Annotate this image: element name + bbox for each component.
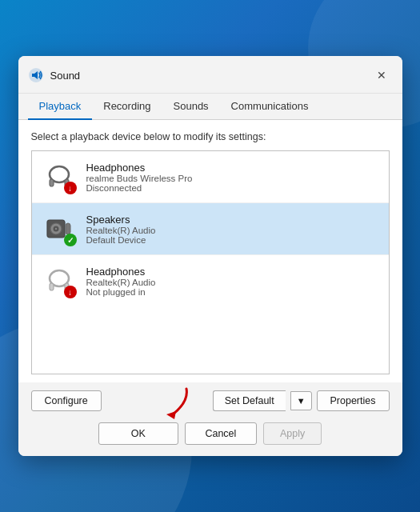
device-icon-speakers: ✓ — [42, 211, 77, 246]
tab-sounds[interactable]: Sounds — [162, 94, 220, 120]
sound-app-icon — [28, 67, 44, 83]
main-content: Select a playback device below to modify… — [18, 120, 402, 382]
svg-rect-9 — [66, 223, 70, 234]
tab-playback[interactable]: Playback — [28, 94, 93, 120]
device-info-1: Headphones realme Buds Wireless Pro Disc… — [86, 162, 379, 193]
svg-rect-3 — [50, 179, 54, 186]
cancel-button[interactable]: Cancel — [185, 422, 257, 445]
device-info-2: Speakers Realtek(R) Audio Default Device — [86, 214, 379, 245]
device-name-1: Headphones — [86, 162, 379, 174]
set-default-arrow-button[interactable]: ▼ — [290, 391, 312, 410]
device-list[interactable]: ↓ Headphones realme Buds Wireless Pro Di… — [31, 150, 390, 374]
configure-button[interactable]: Configure — [31, 390, 102, 411]
content-description: Select a playback device below to modify… — [31, 131, 390, 142]
device-status-text-1: Disconnected — [86, 183, 379, 193]
device-item-speakers[interactable]: ✓ Speakers Realtek(R) Audio Default Devi… — [32, 203, 389, 255]
device-status-text-2: Default Device — [86, 235, 379, 245]
svg-point-8 — [54, 228, 56, 230]
set-default-button[interactable]: Set Default — [213, 390, 286, 411]
device-status-badge-3: ↓ — [64, 286, 77, 298]
device-item-headphones-1[interactable]: ↓ Headphones realme Buds Wireless Pro Di… — [32, 151, 389, 203]
svg-rect-11 — [50, 283, 54, 290]
device-status-badge-1: ↓ — [64, 182, 77, 194]
device-info-3: Headphones Realtek(R) Audio Not plugged … — [86, 266, 379, 297]
device-item-headphones-2[interactable]: ↓ Headphones Realtek(R) Audio Not plugge… — [32, 255, 389, 306]
device-sub-2: Realtek(R) Audio — [86, 226, 379, 235]
tab-recording[interactable]: Recording — [92, 94, 162, 120]
sound-dialog: Sound ✕ Playback Recording Sounds Commun… — [18, 56, 402, 456]
device-sub-3: Realtek(R) Audio — [86, 278, 379, 287]
apply-button[interactable]: Apply — [263, 422, 322, 445]
action-row-2: OK Cancel Apply — [18, 416, 402, 456]
device-name-2: Speakers — [86, 214, 379, 226]
title-bar: Sound ✕ — [18, 56, 402, 94]
close-button[interactable]: ✕ — [370, 64, 393, 86]
device-icon-headphones-2: ↓ — [42, 263, 77, 298]
dialog-title: Sound — [50, 70, 370, 82]
device-status-text-3: Not plugged in — [86, 287, 379, 297]
device-name-3: Headphones — [86, 266, 379, 278]
properties-button[interactable]: Properties — [317, 390, 390, 411]
device-icon-headphones-1: ↓ — [42, 159, 77, 194]
action-row-1: Configure Set Default ▼ Properties — [18, 382, 402, 416]
device-sub-1: realme Buds Wireless Pro — [86, 174, 379, 183]
tab-bar: Playback Recording Sounds Communications — [18, 94, 402, 120]
ok-button[interactable]: OK — [98, 422, 178, 445]
device-status-badge-2: ✓ — [64, 234, 77, 246]
tab-communications[interactable]: Communications — [220, 94, 320, 120]
